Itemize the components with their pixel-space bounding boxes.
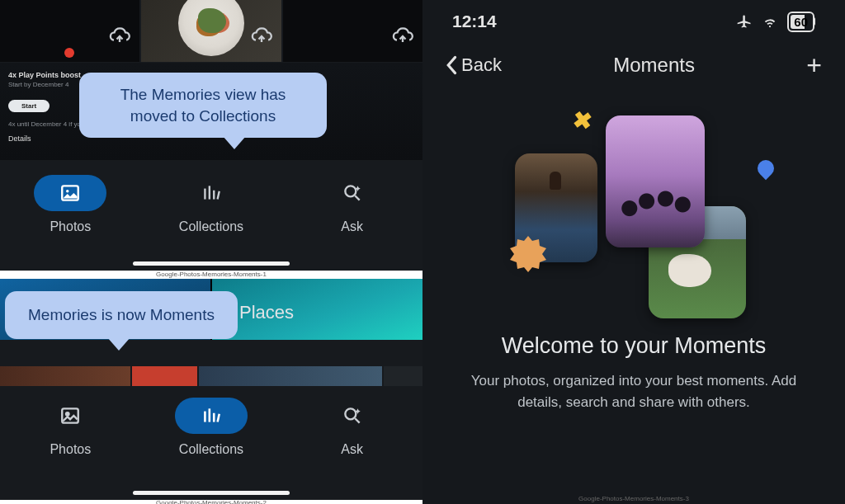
nav-photos-label: Photos bbox=[50, 442, 91, 457]
welcome-body: Your photos, organized into your best mo… bbox=[452, 370, 815, 412]
nav-ask-label: Ask bbox=[341, 219, 363, 234]
photo-grid bbox=[0, 0, 422, 62]
collections-icon bbox=[201, 405, 222, 426]
nav-ask-label: Ask bbox=[341, 442, 363, 457]
welcome-heading: Welcome to your Moments bbox=[452, 333, 815, 359]
nav-photos[interactable]: Photos bbox=[34, 175, 106, 234]
svg-point-4 bbox=[66, 412, 68, 415]
collage-photo bbox=[606, 115, 705, 247]
image-caption: Google-Photos-Memories-Moments-2 Google-… bbox=[0, 500, 422, 504]
info-tooltip: The Memories view has moved to Collectio… bbox=[79, 73, 327, 138]
notification-dot bbox=[64, 48, 74, 58]
ask-icon bbox=[342, 405, 363, 426]
moments-screen: 12:14 60 Back Moments + ✖ bbox=[422, 0, 845, 504]
tooltip-text: Memories is now Moments bbox=[28, 306, 215, 323]
photo-thumb[interactable] bbox=[283, 0, 422, 62]
collections-icon bbox=[201, 182, 222, 204]
ask-icon bbox=[342, 182, 363, 204]
cloud-upload-icon bbox=[108, 25, 131, 41]
nav-collections[interactable]: Collections bbox=[175, 398, 248, 457]
moments-collage: ✖ bbox=[422, 92, 845, 332]
start-button[interactable]: Start bbox=[8, 100, 50, 112]
photo-icon bbox=[59, 182, 81, 204]
svg-point-2 bbox=[345, 186, 356, 196]
drop-icon bbox=[754, 157, 777, 180]
welcome-block: Welcome to your Moments Your photos, org… bbox=[422, 333, 845, 412]
nav-collections[interactable]: Collections bbox=[175, 175, 248, 234]
tooltip-text: The Memories view has moved to Collectio… bbox=[120, 86, 286, 125]
page-title: Moments bbox=[613, 54, 695, 77]
nav-photos-label: Photos bbox=[50, 219, 91, 234]
page-header: Back Moments + bbox=[422, 43, 845, 87]
bottom-nav: Photos Collections Ask bbox=[0, 386, 422, 500]
back-button[interactable]: Back bbox=[446, 54, 502, 76]
nav-ask[interactable]: Ask bbox=[316, 398, 389, 457]
sparkle-icon: ✖ bbox=[571, 106, 593, 136]
places-heading: Places bbox=[239, 302, 294, 323]
photo-icon bbox=[59, 405, 81, 426]
svg-point-5 bbox=[345, 408, 356, 419]
burst-icon bbox=[505, 233, 551, 279]
add-button[interactable]: + bbox=[806, 52, 822, 78]
cloud-upload-icon bbox=[391, 25, 414, 41]
airplane-icon bbox=[736, 13, 753, 30]
chevron-left-icon bbox=[446, 55, 459, 75]
nav-ask[interactable]: Ask bbox=[316, 175, 389, 234]
bottom-nav: Photos Collections Ask bbox=[0, 168, 422, 271]
battery-indicator: 60 bbox=[787, 12, 814, 32]
home-indicator[interactable] bbox=[133, 261, 290, 266]
screenshot-panel-2: Places Memories is now Moments Photos Co… bbox=[0, 279, 422, 500]
info-tooltip: Memories is now Moments bbox=[5, 291, 238, 339]
battery-level: 60 bbox=[791, 15, 810, 29]
screenshot-panel-1: 4x Play Points boost Start by December 4… bbox=[0, 0, 422, 271]
cloud-upload-icon bbox=[250, 25, 273, 41]
home-indicator[interactable] bbox=[133, 491, 290, 495]
status-bar: 12:14 60 bbox=[422, 0, 845, 43]
nav-photos[interactable]: Photos bbox=[34, 398, 106, 457]
nav-photos-pill bbox=[34, 175, 106, 211]
wifi-icon bbox=[761, 14, 779, 29]
status-time: 12:14 bbox=[452, 12, 497, 31]
image-caption: Google-Photos-Memories-Moments-1 bbox=[0, 271, 422, 279]
back-label: Back bbox=[461, 54, 502, 76]
nav-collections-label: Collections bbox=[179, 442, 243, 457]
image-caption: Google-Photos-Memories-Moments-3 bbox=[422, 495, 845, 502]
nav-collections-label: Collections bbox=[179, 219, 243, 234]
svg-point-1 bbox=[66, 190, 68, 192]
photo-thumb[interactable] bbox=[141, 0, 281, 62]
